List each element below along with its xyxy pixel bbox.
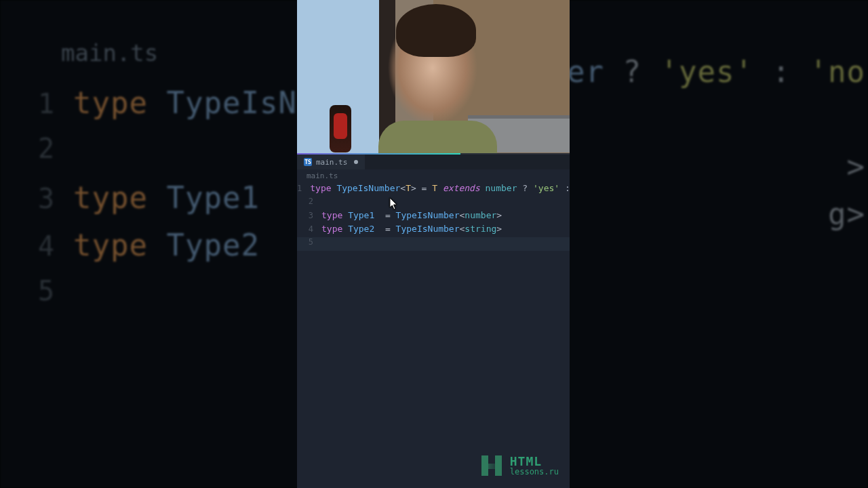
code-editor[interactable]: 1type TypeIsNumber<T> = T extends number… (297, 183, 570, 251)
code-line[interactable]: 2 (297, 197, 570, 210)
code-line[interactable]: 5 (297, 237, 570, 251)
editor-tab-strip: TS main.ts (297, 155, 570, 169)
watermark: HTML lessons.ru (480, 454, 559, 477)
tab-main-ts[interactable]: TS main.ts (297, 155, 365, 169)
code-line[interactable]: 1type TypeIsNumber<T> = T extends number… (297, 183, 570, 197)
tab-filename: main.ts (316, 158, 347, 167)
bg-right-frag-4: g> (828, 197, 865, 231)
unsaved-dot-icon (354, 160, 358, 164)
breadcrumb: main.ts (307, 171, 338, 180)
watermark-logo-icon (480, 454, 503, 477)
microphone (330, 105, 351, 152)
presenter-head (396, 4, 476, 57)
shorts-frame: TS main.ts main.ts 1type TypeIsNumber<T>… (297, 0, 570, 488)
code-line[interactable]: 3type Type1 = TypeIsNumber<number> (297, 210, 570, 224)
typescript-icon: TS (304, 158, 312, 166)
watermark-site: lessons.ru (510, 468, 559, 476)
code-line[interactable]: 4type Type2 = TypeIsNumber<string> (297, 224, 570, 237)
watermark-brand: HTML (510, 455, 559, 468)
bg-right-frag-3: > (847, 149, 866, 184)
webcam-feed (297, 0, 570, 155)
